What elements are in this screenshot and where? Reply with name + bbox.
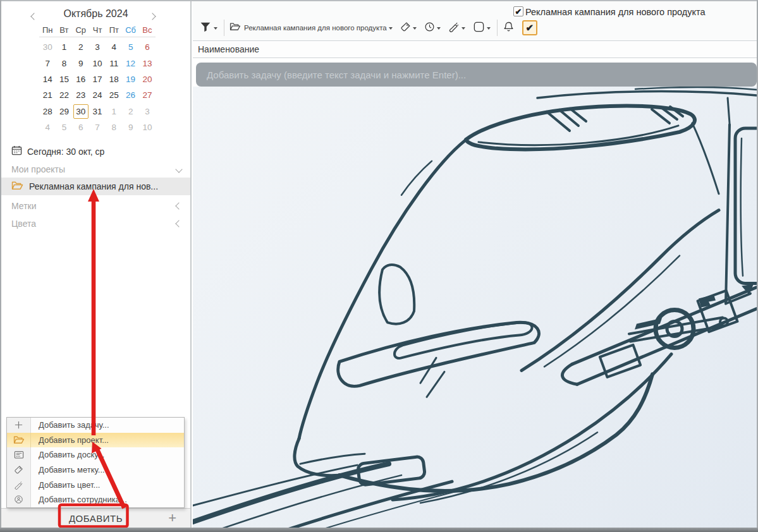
- calendar-day[interactable]: 25: [106, 87, 122, 103]
- folder-icon: [229, 22, 241, 33]
- caret-down-icon: [487, 27, 491, 30]
- calendar-day[interactable]: 30: [39, 39, 56, 55]
- calendar-grid: 3012345678910111213141516171819202122232…: [39, 39, 156, 135]
- calendar-day[interactable]: 19: [122, 71, 138, 87]
- add-task-input[interactable]: Добавить задачу (введите текст задачи и …: [196, 63, 757, 87]
- today-row[interactable]: Сегодня: 30 окт, ср: [11, 145, 104, 157]
- calendar-day[interactable]: 28: [39, 104, 56, 119]
- project-title-row: ✔ Рекламная кампания для нового продукта: [513, 6, 706, 17]
- calendar-day[interactable]: 20: [139, 71, 156, 87]
- calendar-day[interactable]: 14: [39, 71, 56, 87]
- add-button[interactable]: ДОБАВИТЬ: [1, 513, 190, 524]
- calendar-day[interactable]: 1: [56, 39, 72, 55]
- today-label: Сегодня: 30 окт, ср: [27, 147, 104, 157]
- calendar-day[interactable]: 8: [56, 55, 72, 71]
- calendar-day[interactable]: 24: [89, 87, 106, 103]
- calendar-day-today[interactable]: 30: [73, 104, 89, 119]
- color-filter-button[interactable]: [448, 21, 465, 35]
- calendar-weekday: Пт: [106, 25, 122, 35]
- toolbar: Рекламная кампания для нового продукта: [199, 18, 537, 38]
- person-icon: [7, 492, 31, 507]
- sidebar-section-colors[interactable]: Цвета: [11, 216, 181, 231]
- calendar-day[interactable]: 18: [106, 71, 122, 87]
- calendar-day[interactable]: 16: [73, 71, 89, 87]
- menu-item-add-project[interactable]: Добавить проект...: [7, 433, 184, 448]
- calendar-day[interactable]: 7: [89, 119, 106, 135]
- add-context-menu: Добавить задачу... Добавить проект... До…: [6, 417, 185, 508]
- calendar-day[interactable]: 7: [39, 55, 56, 71]
- calendar-day[interactable]: 4: [39, 119, 56, 135]
- notifications-button[interactable]: [503, 21, 515, 35]
- project-item-label: Рекламная кампания для нов...: [29, 181, 158, 191]
- column-header-name[interactable]: Наименование: [193, 42, 757, 58]
- calendar-weekday-row: ПнВтСрЧтПтСбВс: [39, 25, 156, 37]
- calendar-day[interactable]: 31: [89, 104, 106, 119]
- menu-item-label: Добавить проект...: [31, 435, 109, 445]
- project-canvas: [193, 87, 757, 528]
- calendar-nav: Октябрь 2024: [1, 6, 190, 23]
- caret-down-icon: [214, 27, 217, 30]
- main-header: ✔ Рекламная кампания для нового продукта…: [193, 1, 757, 41]
- sidebar-item-project[interactable]: Рекламная кампания для нов...: [1, 178, 190, 195]
- calendar-day[interactable]: 10: [89, 55, 106, 71]
- calendar-day[interactable]: 6: [73, 119, 89, 135]
- calendar-day[interactable]: 15: [56, 71, 72, 87]
- calendar-day[interactable]: 11: [106, 55, 122, 71]
- filter-button[interactable]: [199, 21, 217, 35]
- chevron-left-icon: [175, 220, 182, 227]
- tag-icon: [7, 462, 31, 478]
- calendar-day[interactable]: 3: [89, 39, 106, 55]
- calendar-day[interactable]: 27: [139, 87, 156, 103]
- toolbar-project-selector[interactable]: Рекламная кампания для нового продукта: [229, 22, 393, 33]
- calendar-day[interactable]: 9: [73, 55, 89, 71]
- calendar-day[interactable]: 2: [73, 39, 89, 55]
- sidebar-section-tags[interactable]: Метки: [11, 198, 181, 214]
- calendar-day[interactable]: 26: [122, 87, 138, 103]
- add-plus-icon[interactable]: +: [168, 510, 176, 526]
- calendar-day[interactable]: 12: [122, 55, 138, 71]
- calendar-day[interactable]: 10: [139, 119, 156, 135]
- calendar-day[interactable]: 9: [122, 119, 138, 135]
- sidebar: Октябрь 2024 ПнВтСрЧтПтСбВс 301234567891…: [1, 1, 192, 528]
- calendar-day[interactable]: 3: [139, 104, 156, 119]
- tag-filter-button[interactable]: [400, 21, 417, 35]
- calendar-weekday: Пн: [39, 25, 56, 35]
- project-checkbox[interactable]: ✔: [513, 6, 523, 16]
- add-task-placeholder: Добавить задачу (введите текст задачи и …: [196, 70, 466, 80]
- calendar-day[interactable]: 17: [89, 71, 106, 87]
- calendar-day[interactable]: 5: [56, 119, 72, 135]
- calendar-day[interactable]: 22: [56, 87, 72, 103]
- bell-icon: [503, 21, 515, 35]
- calendar-day[interactable]: 29: [56, 104, 72, 119]
- sidebar-section-projects[interactable]: Мои проекты: [11, 162, 181, 177]
- time-filter-button[interactable]: [424, 21, 441, 35]
- tags-section-label: Метки: [11, 201, 37, 211]
- calendar-day[interactable]: 5: [122, 39, 138, 55]
- menu-item-add-board[interactable]: Добавить доску...: [7, 447, 184, 462]
- calendar-day[interactable]: 6: [139, 39, 156, 55]
- menu-item-add-tag[interactable]: Добавить метку...: [7, 462, 184, 478]
- calendar-day[interactable]: 8: [106, 119, 122, 135]
- calendar-weekday: Вс: [139, 25, 156, 35]
- menu-item-add-task[interactable]: Добавить задачу...: [7, 418, 184, 433]
- calendar-day[interactable]: 13: [139, 55, 156, 71]
- status-filter-button[interactable]: [473, 21, 491, 35]
- menu-item-label: Добавить метку...: [31, 465, 105, 475]
- tag-icon: [400, 21, 411, 35]
- project-title: Рекламная кампания для нового продукта: [525, 7, 706, 17]
- caret-down-icon: [413, 27, 417, 30]
- caret-down-icon: [389, 27, 393, 30]
- menu-item-add-employee[interactable]: Добавить сотрудника...: [7, 492, 184, 507]
- caret-down-icon: [437, 27, 441, 30]
- calendar-day[interactable]: 2: [122, 104, 138, 119]
- calendar-next-icon[interactable]: [150, 10, 160, 20]
- calendar-day[interactable]: 1: [106, 104, 122, 119]
- calendar-weekday: Ср: [73, 25, 89, 35]
- calendar-day[interactable]: 21: [39, 87, 56, 103]
- square-icon: [473, 21, 485, 35]
- calendar-day[interactable]: 23: [73, 87, 89, 103]
- menu-item-add-color[interactable]: Добавить цвет...: [7, 477, 184, 492]
- show-completed-toggle[interactable]: ✔: [522, 20, 537, 35]
- calendar-day[interactable]: 4: [106, 39, 122, 55]
- toolbar-divider: [224, 20, 224, 36]
